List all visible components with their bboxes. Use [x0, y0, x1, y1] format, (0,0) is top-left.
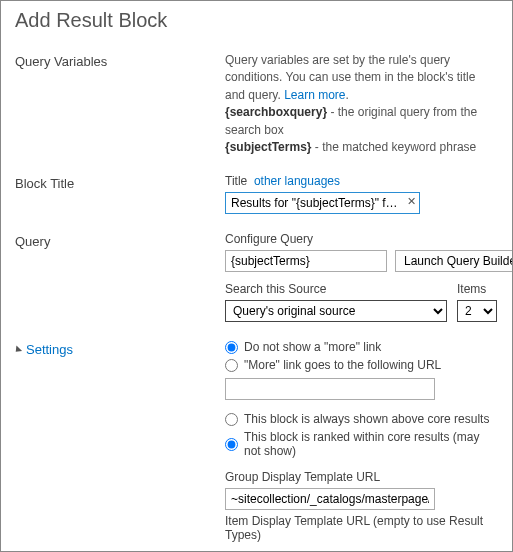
help-text-post: . [346, 88, 349, 102]
section-query-variables: Query Variables Query variables are set … [15, 52, 498, 156]
query-variables-help: Query variables are set by the rule's qu… [225, 52, 498, 104]
items-label: Items [457, 282, 497, 296]
item-template-label: Item Display Template URL (empty to use … [225, 514, 498, 542]
query-variables-label: Query Variables [15, 52, 225, 156]
help-text-pre: Query variables are set by the rule's qu… [225, 53, 475, 102]
section-query: Query Configure Query Launch Query Build… [15, 232, 498, 322]
learn-more-link[interactable]: Learn more [284, 88, 345, 102]
var2-desc: - the matched keyword phrase [311, 140, 476, 154]
settings-toggle[interactable]: Settings [15, 342, 225, 357]
items-select[interactable]: 2 [457, 300, 497, 322]
configure-query-label: Configure Query [225, 232, 498, 246]
more-none-radio[interactable] [225, 341, 238, 354]
group-template-input[interactable] [225, 488, 435, 510]
caret-icon [13, 345, 22, 354]
clear-icon[interactable]: ✕ [407, 195, 416, 208]
query-label: Query [15, 232, 225, 322]
title-sublabel: Title [225, 174, 247, 188]
more-url-radio[interactable] [225, 359, 238, 372]
position-ranked-radio[interactable] [225, 438, 238, 451]
block-title-label: Block Title [15, 174, 225, 214]
launch-query-builder-button[interactable]: Launch Query Builder [395, 250, 513, 272]
var2-name: {subjectTerms} [225, 140, 311, 154]
section-block-title: Block Title Title other languages ✕ [15, 174, 498, 214]
query-input[interactable] [225, 250, 387, 272]
var-subjectterms: {subjectTerms} - the matched keyword phr… [225, 139, 498, 156]
var1-name: {searchboxquery} [225, 105, 327, 119]
page-title: Add Result Block [15, 9, 498, 32]
position-above-radio[interactable] [225, 413, 238, 426]
title-input[interactable] [225, 192, 420, 214]
group-template-label: Group Display Template URL [225, 470, 498, 484]
source-label: Search this Source [225, 282, 447, 296]
position-above-label: This block is always shown above core re… [244, 412, 489, 426]
source-select[interactable]: Query's original source [225, 300, 447, 322]
settings-label: Settings [26, 342, 73, 357]
var-searchboxquery: {searchboxquery} - the original query fr… [225, 104, 498, 139]
section-settings: Settings Do not show a "more" link "More… [15, 340, 498, 546]
more-url-input[interactable] [225, 378, 435, 400]
other-languages-link[interactable]: other languages [254, 174, 340, 188]
position-ranked-label: This block is ranked within core results… [244, 430, 498, 458]
more-url-label: "More" link goes to the following URL [244, 358, 441, 372]
more-none-label: Do not show a "more" link [244, 340, 381, 354]
